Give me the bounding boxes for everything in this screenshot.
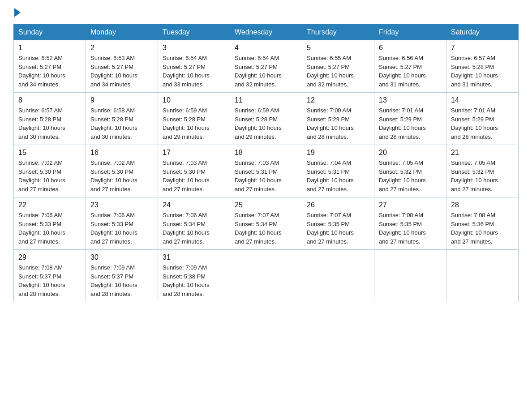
calendar-cell: 24 Sunrise: 7:06 AMSunset: 5:34 PMDaylig… [158,197,230,250]
calendar-cell [302,250,374,302]
day-number: 12 [307,96,369,104]
day-info: Sunrise: 7:02 AMSunset: 5:30 PMDaylight:… [18,159,65,193]
calendar-cell: 20 Sunrise: 7:05 AMSunset: 5:32 PMDaylig… [374,145,446,197]
weekday-header-sunday: Sunday [14,25,86,40]
day-info: Sunrise: 7:09 AMSunset: 5:37 PMDaylight:… [90,264,137,297]
calendar-cell: 15 Sunrise: 7:02 AMSunset: 5:30 PMDaylig… [14,145,86,197]
day-info: Sunrise: 6:57 AMSunset: 5:28 PMDaylight:… [451,55,498,88]
day-info: Sunrise: 7:08 AMSunset: 5:37 PMDaylight:… [18,264,65,297]
day-number: 10 [163,96,225,104]
page-header [13,9,519,16]
calendar-cell: 11 Sunrise: 6:59 AMSunset: 5:28 PMDaylig… [230,93,302,145]
day-number: 27 [379,201,442,209]
day-number: 20 [379,149,442,157]
calendar-cell: 25 Sunrise: 7:07 AMSunset: 5:34 PMDaylig… [230,197,302,250]
calendar-cell: 5 Sunrise: 6:55 AMSunset: 5:27 PMDayligh… [302,40,374,93]
calendar-cell: 17 Sunrise: 7:03 AMSunset: 5:30 PMDaylig… [158,145,230,197]
day-number: 28 [451,201,514,209]
calendar-cell: 13 Sunrise: 7:01 AMSunset: 5:29 PMDaylig… [374,93,446,145]
day-number: 25 [235,201,297,209]
calendar-cell [374,250,446,302]
calendar-cell: 30 Sunrise: 7:09 AMSunset: 5:37 PMDaylig… [86,250,158,302]
day-number: 11 [235,96,297,104]
calendar-cell: 9 Sunrise: 6:58 AMSunset: 5:28 PMDayligh… [86,93,158,145]
calendar-cell: 7 Sunrise: 6:57 AMSunset: 5:28 PMDayligh… [446,40,519,93]
weekday-header-monday: Monday [86,25,158,40]
weekday-header-wednesday: Wednesday [230,25,302,40]
day-number: 16 [90,149,153,157]
day-info: Sunrise: 6:53 AMSunset: 5:27 PMDaylight:… [90,55,137,88]
day-number: 1 [18,44,81,52]
day-info: Sunrise: 7:09 AMSunset: 5:38 PMDaylight:… [163,264,210,297]
day-number: 23 [90,201,153,209]
calendar-week-row: 1 Sunrise: 6:52 AMSunset: 5:27 PMDayligh… [14,40,519,93]
calendar-week-row: 8 Sunrise: 6:57 AMSunset: 5:28 PMDayligh… [14,93,519,145]
calendar-cell: 10 Sunrise: 6:59 AMSunset: 5:28 PMDaylig… [158,93,230,145]
calendar-cell: 29 Sunrise: 7:08 AMSunset: 5:37 PMDaylig… [14,250,86,302]
day-number: 29 [18,253,81,261]
day-info: Sunrise: 7:04 AMSunset: 5:31 PMDaylight:… [307,159,354,193]
day-info: Sunrise: 7:07 AMSunset: 5:34 PMDaylight:… [235,212,282,245]
weekday-header-saturday: Saturday [446,25,519,40]
day-number: 5 [307,44,369,52]
day-number: 3 [163,44,225,52]
day-number: 18 [235,149,297,157]
calendar-cell: 6 Sunrise: 6:56 AMSunset: 5:27 PMDayligh… [374,40,446,93]
day-info: Sunrise: 6:52 AMSunset: 5:27 PMDaylight:… [18,55,65,88]
weekday-header-thursday: Thursday [302,25,374,40]
calendar-table: SundayMondayTuesdayWednesdayThursdayFrid… [13,24,519,302]
day-info: Sunrise: 7:08 AMSunset: 5:35 PMDaylight:… [379,212,426,245]
day-info: Sunrise: 7:06 AMSunset: 5:34 PMDaylight:… [163,212,210,245]
day-info: Sunrise: 6:59 AMSunset: 5:28 PMDaylight:… [163,107,210,140]
day-number: 15 [18,149,81,157]
day-number: 2 [90,44,153,52]
calendar-cell: 8 Sunrise: 6:57 AMSunset: 5:28 PMDayligh… [14,93,86,145]
day-number: 22 [18,201,81,209]
day-info: Sunrise: 7:08 AMSunset: 5:36 PMDaylight:… [451,212,498,245]
weekday-header-friday: Friday [374,25,446,40]
day-info: Sunrise: 7:03 AMSunset: 5:31 PMDaylight:… [235,159,282,193]
calendar-cell: 12 Sunrise: 7:00 AMSunset: 5:29 PMDaylig… [302,93,374,145]
day-number: 24 [163,201,225,209]
day-info: Sunrise: 7:07 AMSunset: 5:35 PMDaylight:… [307,212,354,245]
day-number: 13 [379,96,442,104]
calendar-cell [446,250,519,302]
day-info: Sunrise: 6:54 AMSunset: 5:27 PMDaylight:… [235,55,282,88]
day-info: Sunrise: 7:02 AMSunset: 5:30 PMDaylight:… [90,159,137,193]
day-number: 6 [379,44,442,52]
calendar-cell: 21 Sunrise: 7:05 AMSunset: 5:32 PMDaylig… [446,145,519,197]
calendar-cell [230,250,302,302]
day-number: 21 [451,149,514,157]
day-info: Sunrise: 7:06 AMSunset: 5:33 PMDaylight:… [18,212,65,245]
day-number: 26 [307,201,369,209]
calendar-cell: 19 Sunrise: 7:04 AMSunset: 5:31 PMDaylig… [302,145,374,197]
calendar-cell: 4 Sunrise: 6:54 AMSunset: 5:27 PMDayligh… [230,40,302,93]
calendar-week-row: 15 Sunrise: 7:02 AMSunset: 5:30 PMDaylig… [14,145,519,197]
calendar-cell: 26 Sunrise: 7:07 AMSunset: 5:35 PMDaylig… [302,197,374,250]
calendar-cell: 1 Sunrise: 6:52 AMSunset: 5:27 PMDayligh… [14,40,86,93]
calendar-cell: 2 Sunrise: 6:53 AMSunset: 5:27 PMDayligh… [86,40,158,93]
day-number: 31 [163,253,225,261]
day-info: Sunrise: 6:56 AMSunset: 5:27 PMDaylight:… [379,55,426,88]
day-number: 30 [90,253,153,261]
day-number: 4 [235,44,297,52]
calendar-cell: 23 Sunrise: 7:06 AMSunset: 5:33 PMDaylig… [86,197,158,250]
day-info: Sunrise: 6:54 AMSunset: 5:27 PMDaylight:… [163,55,210,88]
logo-area [13,9,21,16]
day-info: Sunrise: 6:55 AMSunset: 5:27 PMDaylight:… [307,55,354,88]
day-info: Sunrise: 7:00 AMSunset: 5:29 PMDaylight:… [307,107,354,140]
day-info: Sunrise: 7:05 AMSunset: 5:32 PMDaylight:… [379,159,426,193]
day-info: Sunrise: 7:06 AMSunset: 5:33 PMDaylight:… [90,212,137,245]
day-info: Sunrise: 6:57 AMSunset: 5:28 PMDaylight:… [18,107,65,140]
logo-arrow-icon [14,8,21,17]
day-number: 19 [307,149,369,157]
day-info: Sunrise: 7:01 AMSunset: 5:29 PMDaylight:… [451,107,498,140]
day-info: Sunrise: 6:59 AMSunset: 5:28 PMDaylight:… [235,107,282,140]
day-info: Sunrise: 7:03 AMSunset: 5:30 PMDaylight:… [163,159,210,193]
logo [13,9,21,18]
calendar-cell: 22 Sunrise: 7:06 AMSunset: 5:33 PMDaylig… [14,197,86,250]
calendar-week-row: 29 Sunrise: 7:08 AMSunset: 5:37 PMDaylig… [14,250,519,302]
calendar-week-row: 22 Sunrise: 7:06 AMSunset: 5:33 PMDaylig… [14,197,519,250]
day-number: 17 [163,149,225,157]
day-info: Sunrise: 6:58 AMSunset: 5:28 PMDaylight:… [90,107,137,140]
